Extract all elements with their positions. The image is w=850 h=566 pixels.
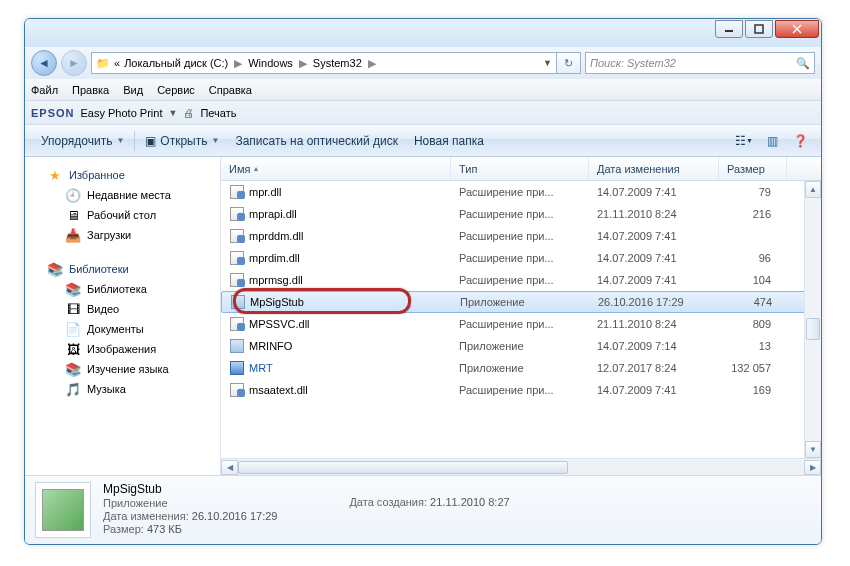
new-folder-button[interactable]: Новая папка: [406, 125, 492, 156]
sidebar-item-recent[interactable]: 🕘Недавние места: [25, 185, 220, 205]
file-size: 13: [719, 340, 779, 352]
file-row[interactable]: mprdim.dllРасширение при...14.07.2009 7:…: [221, 247, 821, 269]
burn-button[interactable]: Записать на оптический диск: [227, 125, 406, 156]
library-icon: 📚: [65, 281, 81, 297]
file-row[interactable]: MRTПриложение12.07.2017 8:24132 057: [221, 357, 821, 379]
file-row[interactable]: MPSSVC.dllРасширение при...21.11.2010 8:…: [221, 313, 821, 335]
help-button[interactable]: ❓: [787, 130, 813, 152]
menu-file[interactable]: Файл: [31, 84, 58, 96]
sidebar-item-music[interactable]: 🎵Музыка: [25, 379, 220, 399]
column-type[interactable]: Тип: [451, 157, 589, 180]
titlebar: [25, 19, 821, 47]
scroll-right-button[interactable]: ▶: [804, 460, 821, 475]
chevron-right-icon[interactable]: ▶: [297, 57, 309, 70]
preview-pane-button[interactable]: ▥: [759, 130, 785, 152]
epson-app-label[interactable]: Easy Photo Print: [81, 107, 163, 119]
file-type: Приложение: [451, 340, 589, 352]
breadcrumb-part[interactable]: Локальный диск (C:): [124, 57, 228, 69]
search-placeholder: Поиск: System32: [590, 57, 676, 69]
scroll-left-button[interactable]: ◀: [221, 460, 238, 475]
sidebar-item-documents[interactable]: 📄Документы: [25, 319, 220, 339]
close-button[interactable]: [775, 20, 819, 38]
dropdown-icon[interactable]: ▼: [543, 58, 552, 68]
app-icon: [230, 339, 244, 353]
details-filetype: Приложение: [103, 497, 277, 509]
column-size[interactable]: Размер: [719, 157, 787, 180]
file-row[interactable]: msaatext.dllРасширение при...14.07.2009 …: [221, 379, 821, 401]
file-size: 132 057: [719, 362, 779, 374]
address-bar[interactable]: 📁 « Локальный диск (C:)▶ Windows▶ System…: [91, 52, 557, 74]
file-name: MPSSVC.dll: [249, 318, 310, 330]
file-row[interactable]: mprmsg.dllРасширение при...14.07.2009 7:…: [221, 269, 821, 291]
organize-button[interactable]: Упорядочить▼: [33, 125, 132, 156]
file-name: mprdim.dll: [249, 252, 300, 264]
menu-edit[interactable]: Правка: [72, 84, 109, 96]
chevron-right-icon[interactable]: ▶: [366, 57, 378, 70]
details-size-label: Размер:: [103, 523, 144, 535]
file-row[interactable]: mprddm.dllРасширение при...14.07.2009 7:…: [221, 225, 821, 247]
chevron-right-icon[interactable]: ▶: [232, 57, 244, 70]
file-date: 21.11.2010 8:24: [589, 208, 719, 220]
dll-icon: [230, 207, 244, 221]
horizontal-scrollbar[interactable]: ◀ ▶: [221, 458, 821, 475]
sidebar-libraries[interactable]: 📚Библиотеки: [25, 259, 220, 279]
explorer-window: ◄ ► 📁 « Локальный диск (C:)▶ Windows▶ Sy…: [24, 18, 822, 545]
scroll-thumb[interactable]: [806, 318, 820, 340]
menu-view[interactable]: Вид: [123, 84, 143, 96]
sidebar: ★Избранное 🕘Недавние места 🖥Рабочий стол…: [25, 157, 221, 475]
sidebar-item-downloads[interactable]: 📥Загрузки: [25, 225, 220, 245]
divider: [134, 131, 135, 151]
minimize-button[interactable]: [715, 20, 743, 38]
maximize-button[interactable]: [745, 20, 773, 38]
file-row[interactable]: mprapi.dllРасширение при...21.11.2010 8:…: [221, 203, 821, 225]
search-input[interactable]: Поиск: System32 🔍: [585, 52, 815, 74]
breadcrumb-part[interactable]: System32: [313, 57, 362, 69]
nav-forward-button[interactable]: ►: [61, 50, 87, 76]
scroll-track[interactable]: [238, 460, 804, 475]
scroll-down-button[interactable]: ▼: [805, 441, 821, 458]
file-row[interactable]: MpSigStubПриложение26.10.2016 17:29474: [221, 291, 821, 313]
file-size: 96: [719, 252, 779, 264]
menu-help[interactable]: Справка: [209, 84, 252, 96]
sidebar-item-pictures[interactable]: 🖼Изображения: [25, 339, 220, 359]
sidebar-item-library[interactable]: 📚Библиотека: [25, 279, 220, 299]
file-type: Расширение при...: [451, 318, 589, 330]
file-size: 474: [720, 296, 780, 308]
column-date[interactable]: Дата изменения: [589, 157, 719, 180]
video-icon: 🎞: [65, 301, 81, 317]
file-date: 21.11.2010 8:24: [589, 318, 719, 330]
scroll-thumb[interactable]: [238, 461, 568, 474]
dll-icon: [230, 273, 244, 287]
menu-service[interactable]: Сервис: [157, 84, 195, 96]
sidebar-favorites[interactable]: ★Избранное: [25, 165, 220, 185]
file-row[interactable]: MRINFOПриложение14.07.2009 7:1413: [221, 335, 821, 357]
view-mode-button[interactable]: ☷▼: [731, 130, 757, 152]
dll-icon: [230, 251, 244, 265]
breadcrumb-part[interactable]: Windows: [248, 57, 293, 69]
navbar: ◄ ► 📁 « Локальный диск (C:)▶ Windows▶ Sy…: [25, 47, 821, 79]
vertical-scrollbar[interactable]: ▲ ▼: [804, 181, 821, 458]
file-type: Расширение при...: [451, 252, 589, 264]
file-row[interactable]: mpr.dllРасширение при...14.07.2009 7:417…: [221, 181, 821, 203]
dll-icon: [230, 317, 244, 331]
column-name[interactable]: Имя▴: [221, 157, 451, 180]
file-name: mpr.dll: [249, 186, 281, 198]
column-headers: Имя▴ Тип Дата изменения Размер: [221, 157, 821, 181]
file-type: Приложение: [452, 296, 590, 308]
refresh-button[interactable]: ↻: [557, 52, 581, 74]
sidebar-item-video[interactable]: 🎞Видео: [25, 299, 220, 319]
file-date: 14.07.2009 7:41: [589, 274, 719, 286]
app-icon: [230, 361, 244, 375]
file-name: MRINFO: [249, 340, 292, 352]
sidebar-item-language[interactable]: 📚Изучение языка: [25, 359, 220, 379]
print-button[interactable]: Печать: [200, 107, 236, 119]
scroll-track[interactable]: [805, 198, 821, 441]
scroll-up-button[interactable]: ▲: [805, 181, 821, 198]
file-list[interactable]: mpr.dllРасширение при...14.07.2009 7:417…: [221, 181, 821, 458]
dropdown-icon[interactable]: ▼: [168, 108, 177, 118]
nav-back-button[interactable]: ◄: [31, 50, 57, 76]
svg-rect-1: [755, 25, 763, 33]
downloads-icon: 📥: [65, 227, 81, 243]
open-button[interactable]: ▣Открыть▼: [137, 125, 227, 156]
sidebar-item-desktop[interactable]: 🖥Рабочий стол: [25, 205, 220, 225]
